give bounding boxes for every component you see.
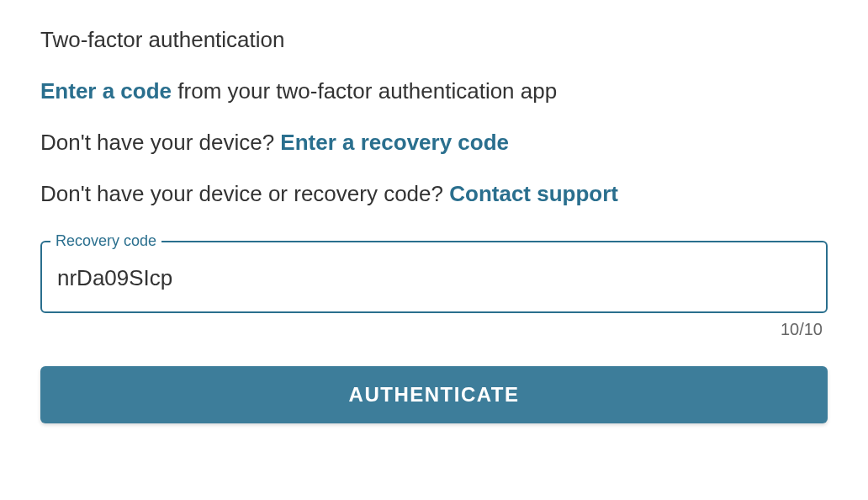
recovery-code-field-wrapper: Recovery code 10/10 xyxy=(40,232,828,339)
page-title: Two-factor authentication xyxy=(40,27,828,53)
enter-recovery-code-link[interactable]: Enter a recovery code xyxy=(280,130,509,155)
contact-support-prompt: Don't have your device or recovery code?… xyxy=(40,181,828,207)
recovery-code-label: Recovery code xyxy=(50,232,161,250)
recovery-code-prompt: Don't have your device? Enter a recovery… xyxy=(40,130,828,156)
recovery-prompt-text: Don't have your device? xyxy=(40,130,280,155)
enter-code-link[interactable]: Enter a code xyxy=(40,78,172,104)
support-prompt-text: Don't have your device or recovery code? xyxy=(40,181,449,206)
character-counter: 10/10 xyxy=(40,320,828,339)
enter-code-instruction: Enter a code from your two-factor authen… xyxy=(40,78,828,104)
recovery-code-fieldset: Recovery code xyxy=(40,232,828,313)
authenticate-button[interactable]: AUTHENTICATE xyxy=(40,366,828,423)
recovery-code-input[interactable] xyxy=(42,250,826,311)
enter-code-suffix: from your two-factor authentication app xyxy=(172,78,557,104)
contact-support-link[interactable]: Contact support xyxy=(449,181,618,206)
two-factor-auth-form: Two-factor authentication Enter a code f… xyxy=(40,27,828,423)
